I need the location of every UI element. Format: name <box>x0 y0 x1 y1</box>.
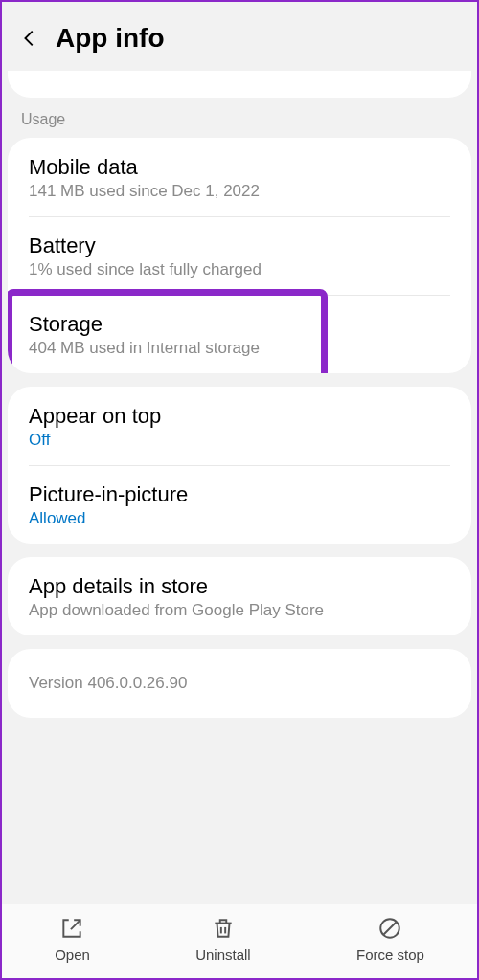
picture-in-picture-state: Allowed <box>29 509 450 528</box>
appear-on-top-title: Appear on top <box>29 404 450 429</box>
bottom-action-bar: Open Uninstall Force stop <box>2 904 477 978</box>
mobile-data-title: Mobile data <box>29 155 450 180</box>
storage-row[interactable]: Storage 404 MB used in Internal storage <box>8 295 471 373</box>
trash-icon <box>211 916 236 941</box>
display-card: Appear on top Off Picture-in-picture All… <box>8 387 471 544</box>
battery-subtitle: 1% used since last fully charged <box>29 260 450 279</box>
battery-row[interactable]: Battery 1% used since last fully charged <box>8 216 471 295</box>
picture-in-picture-row[interactable]: Picture-in-picture Allowed <box>8 465 471 544</box>
storage-subtitle: 404 MB used in Internal storage <box>29 339 450 358</box>
uninstall-label: Uninstall <box>195 947 251 963</box>
open-button[interactable]: Open <box>55 916 90 963</box>
header: App info <box>8 8 471 71</box>
app-details-title: App details in store <box>29 574 450 599</box>
appear-on-top-state: Off <box>29 431 450 450</box>
store-card: App details in store App downloaded from… <box>8 557 471 635</box>
page-title: App info <box>56 23 165 54</box>
uninstall-button[interactable]: Uninstall <box>195 916 251 963</box>
appear-on-top-row[interactable]: Appear on top Off <box>8 387 471 465</box>
previous-card-bottom <box>8 71 471 98</box>
storage-title: Storage <box>29 312 450 337</box>
battery-title: Battery <box>29 234 450 258</box>
version-card: Version 406.0.0.26.90 <box>8 649 471 718</box>
usage-card: Mobile data 141 MB used since Dec 1, 202… <box>8 138 471 373</box>
open-icon <box>59 916 84 941</box>
svg-line-1 <box>384 923 397 935</box>
stop-icon <box>377 916 402 941</box>
force-stop-button[interactable]: Force stop <box>356 916 424 963</box>
mobile-data-row[interactable]: Mobile data 141 MB used since Dec 1, 202… <box>8 138 471 216</box>
force-stop-label: Force stop <box>356 947 424 963</box>
open-label: Open <box>55 947 90 963</box>
version-text: Version 406.0.0.26.90 <box>29 674 187 692</box>
app-details-row[interactable]: App details in store App downloaded from… <box>8 557 471 635</box>
back-icon[interactable] <box>19 28 40 49</box>
app-details-subtitle: App downloaded from Google Play Store <box>29 601 450 620</box>
picture-in-picture-title: Picture-in-picture <box>29 482 450 507</box>
usage-section-label: Usage <box>8 111 471 138</box>
mobile-data-subtitle: 141 MB used since Dec 1, 2022 <box>29 182 450 201</box>
